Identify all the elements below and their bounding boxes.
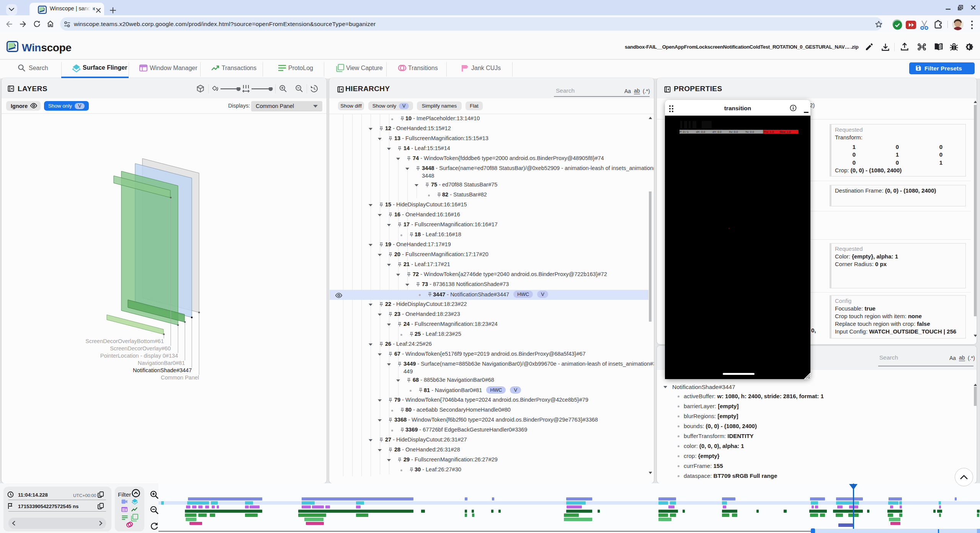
svg-text:NavigationBar0#81: NavigationBar0#81 (138, 360, 185, 366)
svg-text:Common Panel: Common Panel (161, 374, 199, 381)
svg-text:PointerLocation - display 0#13: PointerLocation - display 0#134 (100, 353, 178, 359)
svg-text:NotificationShade#3447: NotificationShade#3447 (133, 367, 192, 373)
svg-text:ScreenDecorOverlayBottom#61: ScreenDecorOverlayBottom#61 (85, 338, 164, 344)
svg-text:ScreenDecorOverlay#60: ScreenDecorOverlay#60 (110, 345, 171, 352)
